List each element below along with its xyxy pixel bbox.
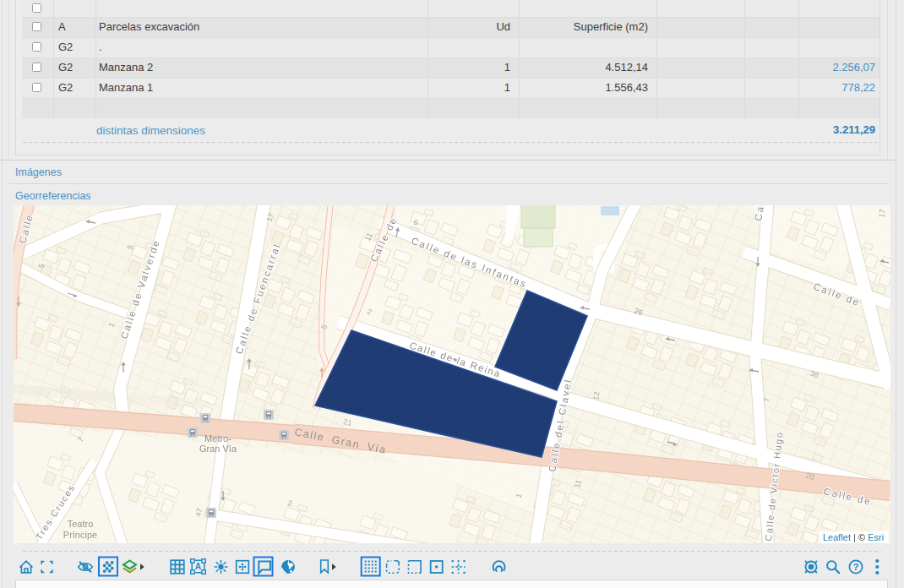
svg-text:7: 7 xyxy=(762,397,771,402)
svg-text:Teatro: Teatro xyxy=(68,519,94,529)
svg-text:A: A xyxy=(195,562,201,571)
svg-text:21: 21 xyxy=(343,417,353,427)
svg-text:?: ? xyxy=(853,562,859,572)
svg-text:Gran Vía: Gran Vía xyxy=(199,444,237,454)
svg-text:Leaflet | © Esri: Leaflet | © Esri xyxy=(823,532,884,542)
svg-text:12: 12 xyxy=(591,391,602,401)
svg-text:Príncipe: Príncipe xyxy=(63,530,97,540)
svg-text:Metro-: Metro- xyxy=(204,433,231,444)
svg-text:17: 17 xyxy=(877,209,887,219)
